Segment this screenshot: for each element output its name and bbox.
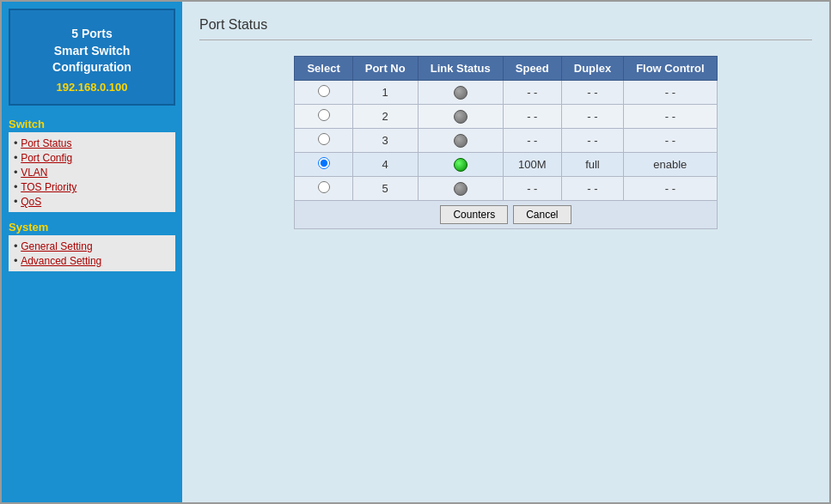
radio-port-1[interactable]: [318, 85, 330, 97]
table-container: Select Port No Link Status Speed Duplex …: [199, 56, 812, 229]
flow-control-port-1: - -: [624, 81, 717, 105]
speed-port-4: 100M: [503, 153, 561, 177]
radio-port-3[interactable]: [318, 133, 330, 145]
qos-link[interactable]: QoS: [21, 196, 41, 208]
sidebar-system-menu: General Setting Advanced Setting: [9, 235, 175, 271]
buttons-row: CountersCancel: [295, 201, 717, 229]
speed-port-5: - -: [503, 177, 561, 201]
gray-link-icon: [454, 110, 467, 124]
duplex-port-5: - -: [561, 177, 623, 201]
flow-control-port-3: - -: [624, 129, 717, 153]
sidebar-item-tos-priority[interactable]: TOS Priority: [14, 179, 170, 194]
sidebar-switch-section: Switch Port Status Port Config VLAN TOS …: [9, 118, 175, 212]
gray-link-icon: [454, 182, 467, 196]
table-row: 2- -- -- -: [295, 105, 717, 129]
sidebar-system-title: System: [9, 221, 175, 234]
sidebar-title-line3: Configuration: [52, 60, 131, 74]
sidebar-item-advanced-setting[interactable]: Advanced Setting: [14, 253, 170, 268]
page-title: Port Status: [199, 17, 812, 33]
link-status-port-5: [418, 177, 503, 201]
col-header-port-no: Port No: [352, 57, 418, 81]
flow-control-port-5: - -: [624, 177, 717, 201]
flow-control-port-4: enable: [624, 153, 717, 177]
flow-control-port-2: - -: [624, 105, 717, 129]
advanced-setting-link[interactable]: Advanced Setting: [21, 255, 101, 267]
col-header-link-status: Link Status: [418, 57, 503, 81]
speed-port-1: - -: [503, 81, 561, 105]
port-no-1: 1: [352, 81, 418, 105]
port-no-5: 5: [352, 177, 418, 201]
buttons-cell: CountersCancel: [295, 201, 717, 229]
radio-cell-port-5[interactable]: [295, 177, 352, 201]
speed-port-2: - -: [503, 105, 561, 129]
sidebar-item-port-config[interactable]: Port Config: [14, 150, 170, 165]
col-header-speed: Speed: [503, 57, 561, 81]
table-row: 5- -- -- -: [295, 177, 717, 201]
radio-cell-port-3[interactable]: [295, 129, 352, 153]
duplex-port-3: - -: [561, 129, 623, 153]
general-setting-link[interactable]: General Setting: [21, 240, 92, 252]
table-row: 4100Mfullenable: [295, 153, 717, 177]
radio-port-5[interactable]: [318, 181, 330, 193]
port-no-3: 3: [352, 129, 418, 153]
link-status-port-3: [418, 129, 503, 153]
table-row: 1- -- -- -: [295, 81, 717, 105]
radio-cell-port-4[interactable]: [295, 153, 352, 177]
link-status-port-4: [418, 153, 503, 177]
green-link-icon: [454, 158, 467, 172]
sidebar-title-line1: 5 Ports: [71, 27, 112, 40]
port-no-4: 4: [352, 153, 418, 177]
title-divider: [199, 39, 812, 40]
speed-port-3: - -: [503, 129, 561, 153]
sidebar-header: 5 Ports Smart Switch Configuration 192.1…: [9, 9, 175, 106]
sidebar-item-vlan[interactable]: VLAN: [14, 165, 170, 179]
radio-cell-port-2[interactable]: [295, 105, 352, 129]
table-row: 3- -- -- -: [295, 129, 717, 153]
counters-button[interactable]: Counters: [440, 205, 508, 224]
main-content: Port Status Select Port No Link Status S…: [182, 2, 829, 502]
link-status-port-1: [418, 81, 503, 105]
sidebar-switch-menu: Port Status Port Config VLAN TOS Priorit…: [9, 132, 175, 212]
sidebar-item-port-status[interactable]: Port Status: [14, 136, 170, 150]
tos-priority-link[interactable]: TOS Priority: [21, 181, 76, 193]
duplex-port-2: - -: [561, 105, 623, 129]
cancel-button[interactable]: Cancel: [513, 205, 571, 224]
sidebar-system-section: System General Setting Advanced Setting: [9, 221, 175, 271]
duplex-port-4: full: [561, 153, 623, 177]
gray-link-icon: [454, 134, 467, 148]
col-header-duplex: Duplex: [561, 57, 623, 81]
table-header-row: Select Port No Link Status Speed Duplex …: [295, 57, 717, 81]
sidebar-title-line2: Smart Switch: [54, 44, 131, 58]
radio-port-4[interactable]: [318, 157, 330, 169]
sidebar-item-qos[interactable]: QoS: [14, 194, 170, 209]
col-header-select: Select: [295, 57, 352, 81]
col-header-flow-control: Flow Control: [624, 57, 717, 81]
gray-link-icon: [454, 86, 467, 100]
sidebar-item-general-setting[interactable]: General Setting: [14, 239, 170, 253]
radio-port-2[interactable]: [318, 109, 330, 121]
sidebar: 5 Ports Smart Switch Configuration 192.1…: [2, 2, 182, 502]
port-config-link[interactable]: Port Config: [21, 152, 72, 164]
sidebar-switch-title: Switch: [9, 118, 175, 131]
port-status-table: Select Port No Link Status Speed Duplex …: [294, 56, 717, 229]
link-status-port-2: [418, 105, 503, 129]
sidebar-ip: 192.168.0.100: [19, 80, 165, 95]
port-no-2: 2: [352, 105, 418, 129]
duplex-port-1: - -: [561, 81, 623, 105]
radio-cell-port-1[interactable]: [295, 81, 352, 105]
vlan-link[interactable]: VLAN: [21, 167, 47, 179]
port-status-link[interactable]: Port Status: [21, 137, 71, 149]
